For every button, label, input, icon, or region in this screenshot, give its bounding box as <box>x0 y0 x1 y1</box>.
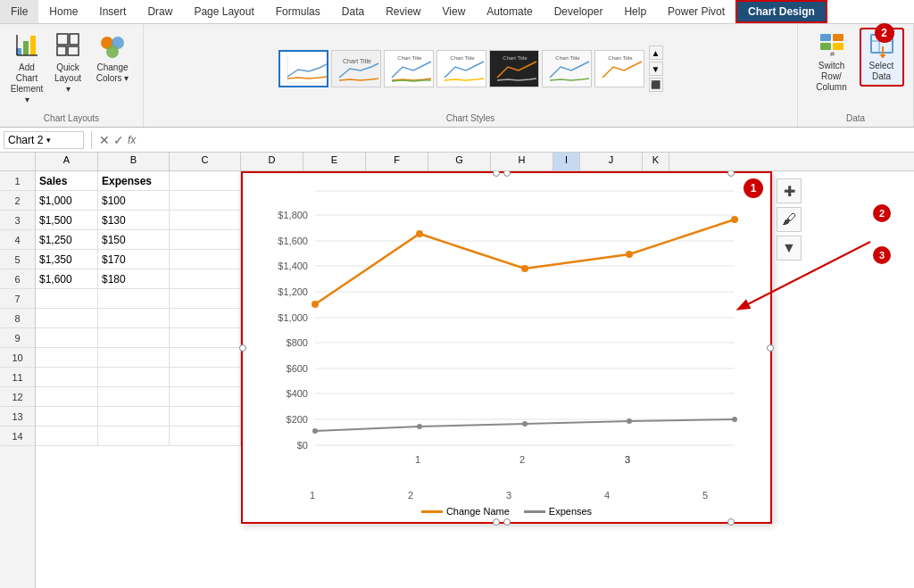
chart-container[interactable]: 1 .axis-label { font-size: 11px; fill: #… <box>241 171 772 524</box>
cell-a8[interactable] <box>36 309 98 328</box>
handle-top-right[interactable] <box>727 171 735 177</box>
select-data-button[interactable]: 2 SelectData <box>860 28 904 87</box>
formula-cancel-icon[interactable]: ✕ <box>99 133 110 147</box>
col-header-a[interactable]: A <box>36 153 98 170</box>
row-num-7[interactable]: 7 <box>0 289 35 309</box>
cell-a10[interactable] <box>36 348 98 368</box>
handle-bottom-right[interactable] <box>727 518 735 526</box>
cell-a7[interactable] <box>36 289 98 309</box>
cell-b8[interactable] <box>98 309 170 328</box>
name-box[interactable]: Chart 2 ▾ <box>4 131 84 149</box>
cell-b2[interactable]: $100 <box>98 191 170 211</box>
cell-a14[interactable] <box>36 427 98 446</box>
cell-a13[interactable] <box>36 407 98 427</box>
tab-developer[interactable]: Developer <box>544 0 614 23</box>
col-header-e[interactable]: E <box>303 153 366 170</box>
cell-a3[interactable]: $1,500 <box>36 211 98 230</box>
cell-b9[interactable] <box>98 328 170 348</box>
cell-a11[interactable] <box>36 368 98 387</box>
row-num-2[interactable]: 2 <box>0 191 35 211</box>
tab-help[interactable]: Help <box>613 0 657 23</box>
cell-c2[interactable] <box>170 191 241 211</box>
col-header-g[interactable]: G <box>428 153 491 170</box>
quick-layout-button[interactable]: QuickLayout ▾ <box>48 28 87 99</box>
tab-file[interactable]: File <box>0 0 38 23</box>
cell-c5[interactable] <box>170 250 241 269</box>
row-num-5[interactable]: 5 <box>0 250 35 269</box>
cell-b13[interactable] <box>98 407 170 427</box>
cell-b4[interactable]: $150 <box>98 230 170 250</box>
tab-formulas[interactable]: Formulas <box>265 0 331 23</box>
cell-a9[interactable] <box>36 328 98 348</box>
cell-b11[interactable] <box>98 368 170 387</box>
cell-a6[interactable]: $1,600 <box>36 269 98 289</box>
cell-b1[interactable]: Expenses <box>98 171 170 191</box>
col-header-f[interactable]: F <box>366 153 428 170</box>
tab-review[interactable]: Review <box>375 0 431 23</box>
row-num-9[interactable]: 9 <box>0 328 35 348</box>
handle-bottom-center[interactable] <box>493 518 500 526</box>
row-num-12[interactable]: 12 <box>0 387 35 407</box>
switch-row-column-button[interactable]: ⇄ Switch Row/Column <box>808 28 856 97</box>
cell-c6[interactable] <box>170 269 241 289</box>
cell-c1[interactable] <box>170 171 241 191</box>
cell-a5[interactable]: $1,350 <box>36 250 98 269</box>
row-num-13[interactable]: 13 <box>0 407 35 427</box>
cell-c14[interactable] <box>170 427 241 446</box>
change-colors-button[interactable]: ChangeColors ▾ <box>89 28 136 88</box>
col-header-k[interactable]: K <box>643 153 669 170</box>
col-header-b[interactable]: B <box>98 153 170 170</box>
formula-confirm-icon[interactable]: ✓ <box>113 133 124 147</box>
tab-page-layout[interactable]: Page Layout <box>183 0 264 23</box>
cell-c11[interactable] <box>170 368 241 387</box>
cell-b14[interactable] <box>98 427 170 446</box>
tab-data[interactable]: Data <box>331 0 375 23</box>
gallery-up-arrow[interactable]: ▲ <box>649 46 663 60</box>
cell-b12[interactable] <box>98 387 170 407</box>
cell-c12[interactable] <box>170 387 241 407</box>
row-num-8[interactable]: 8 <box>0 309 35 328</box>
row-num-3[interactable]: 3 <box>0 211 35 230</box>
cell-b7[interactable] <box>98 289 170 309</box>
tab-chart-design[interactable]: Chart Design <box>735 0 827 23</box>
cell-c3[interactable] <box>170 211 241 230</box>
chart-style-2[interactable]: Chart Title <box>331 50 381 87</box>
cell-c8[interactable] <box>170 309 241 328</box>
tab-draw[interactable]: Draw <box>137 0 183 23</box>
chart-elements-tool[interactable]: ✚ <box>777 178 802 203</box>
col-header-h[interactable]: H <box>491 153 553 170</box>
row-num-4[interactable]: 4 <box>0 230 35 250</box>
chart-styles-tool[interactable]: 🖌 <box>777 207 802 232</box>
col-header-c[interactable]: C <box>170 153 241 170</box>
tab-home[interactable]: Home <box>38 0 88 23</box>
row-num-1[interactable]: 1 <box>0 171 35 191</box>
cell-a1[interactable]: Sales <box>36 171 98 191</box>
chart-style-1[interactable] <box>278 50 328 87</box>
name-box-dropdown[interactable]: ▾ <box>46 136 51 145</box>
cell-a12[interactable] <box>36 387 98 407</box>
chart-style-4[interactable]: Chart Title <box>436 50 486 87</box>
col-header-j[interactable]: J <box>580 153 643 170</box>
handle-right[interactable] <box>767 344 774 352</box>
add-chart-element-button[interactable]: Add ChartElement ▾ <box>7 28 46 110</box>
handle-top-center[interactable] <box>493 171 500 177</box>
cell-c7[interactable] <box>170 289 241 309</box>
col-header-d[interactable]: D <box>241 153 303 170</box>
tab-view[interactable]: View <box>432 0 477 23</box>
handle-bottom-left[interactable] <box>503 518 511 526</box>
row-num-11[interactable]: 11 <box>0 368 35 387</box>
formula-input[interactable] <box>139 132 910 148</box>
cell-a2[interactable]: $1,000 <box>36 191 98 211</box>
cell-c4[interactable] <box>170 230 241 250</box>
cell-c10[interactable] <box>170 348 241 368</box>
handle-top-left[interactable] <box>503 171 511 177</box>
row-num-10[interactable]: 10 <box>0 348 35 368</box>
col-header-i[interactable]: I <box>553 153 580 170</box>
chart-style-6[interactable]: Chart Title <box>542 50 592 87</box>
tab-power-pivot[interactable]: Power Pivot <box>657 0 735 23</box>
cell-b5[interactable]: $170 <box>98 250 170 269</box>
chart-style-5[interactable]: Chart Title <box>489 50 539 87</box>
formula-insert-function-icon[interactable]: fx <box>128 134 136 146</box>
cell-b6[interactable]: $180 <box>98 269 170 289</box>
cell-c9[interactable] <box>170 328 241 348</box>
